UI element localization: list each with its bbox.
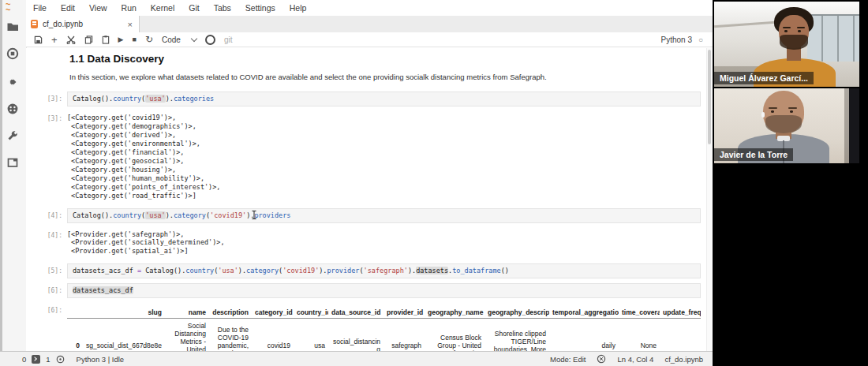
extension-manager-icon[interactable] — [6, 156, 21, 170]
video-tile-javier[interactable]: Javier de la Torre — [714, 88, 859, 163]
df-header: data_source_id — [328, 307, 383, 319]
code-token: datasets — [416, 267, 448, 274]
code-token: ). — [166, 95, 174, 103]
code-cell[interactable]: datasets_acs_df — [67, 283, 701, 298]
terminals-count: 0 — [22, 355, 26, 364]
df-cell: Due to the COVID-19 pandemic, people are… — [209, 319, 252, 351]
paste-cells-button[interactable] — [102, 34, 110, 45]
save-button[interactable] — [34, 34, 43, 45]
df-cell: Social Distancing Metrics - United State… — [165, 319, 209, 351]
code-token: ). — [319, 267, 327, 274]
tab-close-icon[interactable]: × — [126, 20, 134, 29]
status-bar-right: Mode: Edit Ln 4, Col 4 cf_do.ipynb — [550, 354, 703, 364]
cell-prompt: [3]: — [26, 92, 62, 103]
terminal-icon[interactable] — [32, 355, 40, 364]
cell-row: [5]:datasets_acs_df = Catalog().country(… — [26, 263, 713, 283]
menu-item-settings[interactable]: Settings — [238, 3, 282, 13]
command-palette-icon[interactable] — [6, 103, 21, 117]
menu-item-edit[interactable]: Edit — [54, 3, 82, 13]
menu-item-git[interactable]: Git — [181, 3, 206, 13]
cell-type-select[interactable]: Code — [162, 35, 196, 44]
df-header: temporal_aggregation — [549, 307, 619, 319]
code-token: 'safegraph' — [364, 267, 408, 274]
cell-body: slugnamedescriptioncategory_idcountry_id… — [67, 303, 701, 351]
run-cell-button[interactable]: ▶ — [118, 34, 124, 45]
df-header — [67, 307, 83, 319]
cell-row: [6]:datasets_acs_df — [26, 283, 713, 303]
code-token: 'usa' — [218, 267, 238, 274]
menu-item-run[interactable]: Run — [114, 3, 144, 13]
running-kernels-icon[interactable] — [6, 47, 21, 62]
menu-item-kernel[interactable]: Kernel — [144, 3, 181, 13]
code-token: Catalog(). — [73, 211, 113, 219]
copy-cells-button[interactable] — [84, 34, 93, 45]
notebook-scrollbar[interactable] — [706, 48, 712, 351]
kernel-status-text[interactable]: Python 3 | Idle — [77, 355, 125, 364]
cell-prompt: [4]: — [26, 208, 62, 219]
mode-indicator[interactable]: Mode: Edit — [550, 355, 586, 364]
cell-prompt: [4]: — [26, 228, 62, 239]
participant-name-label: Miguel Álvarez Garcí... — [714, 72, 814, 84]
code-token: Catalog(). — [141, 267, 185, 274]
code-token: () — [501, 267, 509, 274]
cell-row: [3]:Catalog().country('usa').categories — [26, 92, 713, 111]
cursor-position[interactable]: Ln 4, Col 4 — [617, 355, 653, 364]
df-header: description — [209, 307, 252, 319]
tab-bar: cf_do.ipynb × — [26, 16, 713, 33]
menu-item-view[interactable]: View — [82, 3, 114, 13]
cell-row: [3]:[<Category.get('covid19')>, <Categor… — [26, 111, 713, 208]
restart-kernel-button[interactable]: ↻ — [145, 34, 153, 45]
code-token: datasets_acs_df — [73, 267, 137, 274]
notification-bell-icon[interactable] — [597, 354, 606, 364]
notebook-toolbar: + ▶ ■ ↻ Code git Python 3 ○ — [26, 32, 713, 47]
notebook-icon — [31, 20, 38, 28]
code-cell[interactable]: Catalog().country('usa').categories — [67, 92, 701, 106]
window-edge — [0, 0, 2, 351]
cell-prompt: [5]: — [26, 263, 62, 274]
notebook-panel: 1.1 Data Discovery In this section, we e… — [26, 48, 713, 351]
property-inspector-icon[interactable] — [6, 129, 21, 144]
code-cell[interactable]: Catalog().country('usa').category('covid… — [67, 208, 701, 223]
df-header: name — [165, 307, 209, 319]
df-cell: safegraph — [383, 319, 425, 351]
status-circle-icon[interactable] — [205, 35, 215, 45]
dark-edge — [849, 88, 859, 163]
git-icon[interactable] — [6, 76, 21, 90]
status-bar: 0 1 Python 3 | Idle Mode: Edit Ln 4, Col… — [0, 351, 713, 366]
code-token: categories — [174, 95, 214, 103]
menu-item-file[interactable]: File — [26, 3, 54, 13]
office-window — [807, 14, 859, 62]
code-token: 'usa' — [145, 95, 166, 103]
code-cell[interactable]: datasets_acs_df = Catalog().country('usa… — [67, 263, 701, 278]
file-browser-icon[interactable] — [6, 21, 21, 35]
code-token: country — [113, 211, 141, 219]
code-token: ). — [166, 211, 174, 219]
interrupt-kernel-button[interactable]: ■ — [133, 34, 137, 45]
participant-eye — [790, 110, 793, 113]
git-toolbar-label[interactable]: git — [224, 35, 233, 44]
participant-beard — [780, 35, 808, 50]
menu-item-tabs[interactable]: Tabs — [207, 3, 238, 13]
tab-cf-do-ipynb[interactable]: cf_do.ipynb × — [26, 16, 140, 32]
cell-body: [<Provider.get('safegraph')>, <Provider.… — [67, 228, 701, 264]
df-cell: daily — [549, 319, 619, 351]
add-cell-button[interactable]: + — [51, 34, 58, 45]
kernel-sessions-icon[interactable] — [56, 355, 65, 364]
participant-eye — [798, 30, 801, 32]
code-token: 'covid19' — [210, 211, 246, 219]
cut-cells-button[interactable] — [66, 34, 76, 45]
section-intro: In this section, we explore what dataset… — [69, 73, 713, 81]
scrollbar-thumb[interactable] — [708, 50, 711, 144]
code-token: country — [185, 267, 214, 274]
cell-body: Catalog().country('usa').category('covid… — [67, 208, 701, 228]
kernel-indicator[interactable]: Python 3 ○ — [660, 35, 713, 44]
df-cell: Census Block Group - United States of Am… — [425, 319, 485, 351]
code-token: datasets_acs_df — [73, 286, 133, 294]
dataframe-output: slugnamedescriptioncategory_idcountry_id… — [67, 307, 701, 351]
df-header: update_frequency — [660, 307, 701, 319]
menu-item-help[interactable]: Help — [282, 3, 314, 13]
cell-row: [4]:[<Provider.get('safegraph')>, <Provi… — [26, 228, 713, 264]
dataframe-table: slugnamedescriptioncategory_idcountry_id… — [67, 307, 701, 351]
cell-body: Catalog().country('usa').categories — [67, 92, 701, 111]
video-tile-miguel[interactable]: Miguel Álvarez Garcí... — [714, 2, 859, 87]
